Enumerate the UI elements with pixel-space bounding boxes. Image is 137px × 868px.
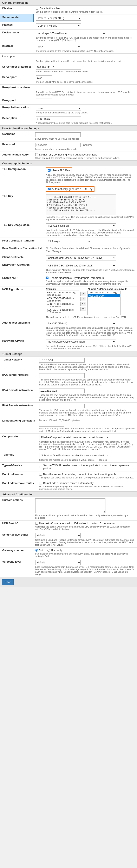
- description-cell: A description may be entered here for ad…: [34, 115, 137, 126]
- ncp-move-all-left-btn[interactable]: <<: [80, 307, 86, 311]
- ncp-move-right-btn[interactable]: >: [80, 292, 86, 296]
- auth-digest-cell: SHA256 (256-bit) The algorithm used to a…: [44, 320, 137, 338]
- client-cert-select[interactable]: Certificat client OpenVPN Proxya (CA: CA…: [46, 255, 116, 260]
- send-receive-buffer-help: Configure a Send and Receive Buffer size…: [35, 539, 135, 546]
- proxy-auth-select[interactable]: none: [36, 106, 81, 111]
- verbosity-level-select[interactable]: default: [35, 560, 81, 565]
- peer-cert-authority-select[interactable]: CA Proxya: [46, 239, 91, 244]
- interface-select[interactable]: WAN: [36, 44, 81, 49]
- ncp-move-left-btn[interactable]: <: [80, 297, 86, 301]
- list-item[interactable]: AES-192-CFB (192 bit key, 128 bit block): [46, 308, 79, 314]
- server-mode-select[interactable]: Peer to Peer (SSL/TLS): [36, 16, 81, 21]
- server-mode-label: Server mode: [0, 14, 34, 22]
- ncp-available-header: Available: [46, 288, 79, 290]
- description-input[interactable]: [36, 117, 81, 121]
- ipv6-tunnel-network-input[interactable]: [39, 373, 85, 378]
- type-of-service-checkbox[interactable]: [39, 466, 42, 468]
- username-cell: Leave empty when no user name is needed: [33, 131, 137, 142]
- hardware-crypto-select[interactable]: No Hardware Crypto Acceleration: [46, 339, 116, 344]
- interface-cell: WAN The interface used by the firewall t…: [34, 43, 137, 54]
- gateway-both-radio[interactable]: [35, 549, 38, 552]
- auth-digest-select[interactable]: SHA256 (256-bit): [46, 321, 116, 326]
- tunnel-network-input[interactable]: [39, 358, 85, 363]
- proxy-host-input[interactable]: [36, 86, 81, 90]
- tls-config-checkbox[interactable]: [48, 169, 51, 172]
- password-input[interactable]: [35, 143, 81, 147]
- ncp-move-all-right-btn[interactable]: >>: [80, 302, 86, 306]
- custom-options-label: Custom options: [0, 497, 33, 521]
- auth-retry-cell: Do not retry connecting when authenticat…: [33, 152, 137, 161]
- protocol-cell: UDP on IPv4 only: [34, 22, 137, 30]
- encryption-algo-select[interactable]: AES-256-CBC (256 bit key, 128 bit block): [46, 263, 116, 268]
- local-port-input[interactable]: [36, 55, 81, 59]
- compression-help: Compress tunnel packets using the LZO al…: [39, 440, 135, 451]
- dont-add-remove-routes-checkbox[interactable]: [39, 482, 42, 485]
- gateway-ipv4-text: IPv4 only: [51, 549, 62, 552]
- auto-generate-label-cell: [0, 185, 44, 193]
- peer-cert-revocation-value: No Certificate Revocation Lists defined.…: [46, 247, 130, 253]
- device-mode-select[interactable]: tun - Layer 3 Tunnel Mode: [36, 31, 106, 36]
- proxy-host-cell: The address for an HTTP Proxy this clien…: [34, 85, 137, 97]
- username-input[interactable]: [35, 132, 81, 137]
- tls-config-row: TLS Configuration Use a TLS Key A TLS ke…: [0, 166, 137, 185]
- tunnel-network-label: Tunnel Network: [0, 357, 37, 372]
- gateway-creation-cell: Both IPv4 only If you assign a virtual i…: [33, 548, 137, 559]
- ipv6-remote-input[interactable]: [39, 404, 85, 408]
- compression-select[interactable]: Disable Compression, retain compression …: [39, 435, 109, 440]
- tunnel-network-help: This is the IPv4 virtual network used fo…: [39, 363, 135, 371]
- server-host-row: Server host or address The IP address or…: [0, 64, 137, 74]
- hardware-crypto-cell: No Hardware Crypto Acceleration Set this…: [44, 338, 137, 351]
- tls-config-option-box[interactable]: Use a TLS Key: [46, 167, 72, 173]
- gateway-both-label[interactable]: Both: [35, 549, 44, 552]
- list-item[interactable]: AES-256-CFB (256 bit key, 128 bit block): [46, 297, 79, 302]
- udp-fast-io-checkbox[interactable]: [35, 522, 38, 525]
- auth-retry-checkbox-row: Do not retry connecting when authenticat…: [35, 153, 135, 156]
- enable-ncp-label: Enable NCP: [0, 275, 44, 286]
- list-item[interactable]: AES-192-CFB8 (192 bit key, 128 bit block…: [46, 291, 79, 297]
- list-item[interactable]: AES-256-GCM (256 bit key): [88, 291, 120, 294]
- ncp-available-list[interactable]: AES-192-CFB8 (192 bit key, 128 bit block…: [46, 290, 79, 315]
- auto-generate-option-box[interactable]: Automatically generate a TLS Key: [46, 186, 94, 192]
- ncp-algorithms-help: The order of the selected NCP Encryption…: [46, 316, 135, 318]
- gateway-ipv4-radio[interactable]: [48, 549, 50, 552]
- ipv6-tunnel-network-cell: This is the IPv6 virtual network used fo…: [37, 372, 137, 387]
- custom-options-help: Enter any additional options to add to t…: [35, 514, 135, 519]
- dont-add-remove-routes-cell: Do not add or remove routes automaticall…: [37, 480, 137, 492]
- tls-key-usage-select[interactable]: TLS Authentication: [46, 223, 116, 228]
- advanced-table: Custom options Enter any additional opti…: [0, 497, 137, 577]
- ipv6-remote-cell: These are the IPv6 networks that will be…: [37, 403, 137, 418]
- custom-options-textarea[interactable]: [35, 498, 105, 513]
- list-item[interactable]: AES-128-GCM: [88, 294, 120, 298]
- send-receive-buffer-select[interactable]: default: [35, 533, 81, 538]
- ipv4-remote-input[interactable]: [39, 389, 85, 393]
- user-auth-table: Username Leave empty when no user name i…: [0, 131, 137, 161]
- dont-pull-routes-checkbox[interactable]: [39, 473, 42, 475]
- topology-cell: Subnet — One IP address per client in a …: [37, 452, 137, 463]
- protocol-row: Protocol UDP on IPv4 only: [0, 22, 137, 30]
- auth-retry-checkbox[interactable]: [35, 153, 38, 156]
- advanced-header: Advanced Configuration: [0, 492, 137, 497]
- ncp-algorithms-row: NCP Algorithms Available AES-192-CFB8 (1…: [0, 286, 137, 320]
- enable-ncp-checkbox[interactable]: [46, 277, 49, 279]
- server-port-input[interactable]: [36, 75, 52, 80]
- tls-key-row: TLS Key -----BEGIN OpenVPN Static key V1…: [0, 193, 137, 222]
- password-confirm-input[interactable]: [82, 143, 127, 147]
- proxy-port-input[interactable]: [36, 99, 52, 103]
- tls-config-label: TLS Configuration: [0, 166, 44, 185]
- save-button[interactable]: Save: [2, 579, 13, 585]
- topology-select[interactable]: Subnet — One IP address per client in a …: [39, 453, 109, 458]
- gateway-ipv4-label[interactable]: IPv4 only: [48, 549, 62, 552]
- protocol-select[interactable]: UDP on IPv4 only: [36, 23, 81, 28]
- description-label: Description: [0, 115, 34, 126]
- limit-bandwidth-input[interactable]: [39, 422, 64, 427]
- ipv6-remote-label: IPv6 Remote network(s): [0, 403, 37, 418]
- list-item[interactable]: AES-256-CFB8 (256 bit key, 128 bit block…: [46, 314, 79, 315]
- local-port-cell: Set this option to bind to a specific po…: [34, 54, 137, 64]
- auto-generate-checkbox[interactable]: [48, 188, 51, 190]
- disabled-checkbox[interactable]: [36, 7, 38, 10]
- server-host-input[interactable]: [36, 65, 81, 70]
- ncp-allowed-list[interactable]: AES-256-GCM (256 bit key) AES-128-GCM: [87, 290, 120, 315]
- server-mode-row: Server mode Peer to Peer (SSL/TLS): [0, 14, 137, 22]
- dont-pull-routes-row: Don't pull routes Bars the server from a…: [0, 471, 137, 480]
- list-item[interactable]: AES-128-CFB (128 bit key, 128 bit block): [46, 302, 79, 308]
